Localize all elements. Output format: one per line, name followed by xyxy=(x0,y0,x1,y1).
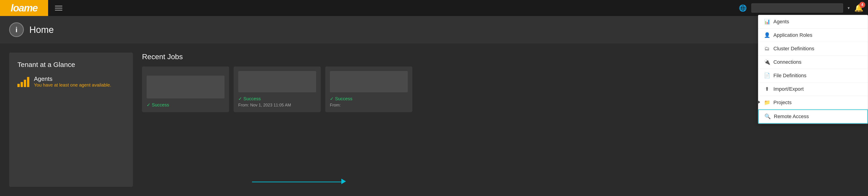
cluster-definitions-menu-icon: 🗂 xyxy=(764,46,770,52)
info-icon: i xyxy=(16,26,18,34)
menu-item-projects-label: Projects xyxy=(773,100,792,106)
menu-item-agents[interactable]: 📊 Agents xyxy=(758,15,868,29)
arrow-head xyxy=(341,179,346,184)
menu-item-file-definitions-label: File Definitions xyxy=(773,73,806,79)
file-definitions-menu-icon: 📄 xyxy=(764,73,770,79)
connections-menu-icon: 🔌 xyxy=(764,59,770,65)
page-title-area: i Home xyxy=(0,16,868,43)
job-card-2: ✓ Success From: Nov 1, 2023 11:05 AM xyxy=(234,67,321,112)
menu-item-cluster-definitions[interactable]: 🗂 Cluster Definitions xyxy=(758,42,868,55)
hamburger-line-3 xyxy=(55,10,62,10)
search-input[interactable] xyxy=(751,3,843,12)
job-card-inner-2 xyxy=(238,71,316,92)
menu-item-connections-label: Connections xyxy=(773,59,801,65)
agents-chart-icon xyxy=(18,76,29,87)
bar-3 xyxy=(24,80,26,87)
menu-item-agents-label: Agents xyxy=(773,19,789,25)
agents-row: Agents You have at least one agent avail… xyxy=(18,75,125,88)
menu-item-remote-access[interactable]: 🔍 Remote Access xyxy=(758,109,868,124)
menu-item-remote-access-label: Remote Access xyxy=(774,114,809,119)
hamburger-line-2 xyxy=(55,8,62,8)
globe-icon: 🌐 xyxy=(739,4,747,12)
job-card-inner-1 xyxy=(147,76,224,99)
menu-item-file-definitions[interactable]: 📄 File Definitions xyxy=(758,69,868,82)
agents-sub: You have at least one agent available. xyxy=(34,82,111,88)
menu-item-projects[interactable]: 📁 Projects xyxy=(758,96,868,109)
hamburger-line-1 xyxy=(55,6,62,6)
tenant-card: Tenant at a Glance Agents You have at le… xyxy=(9,52,133,187)
arrow-line xyxy=(252,182,344,182)
job-card-3: ✓ Success From: xyxy=(325,67,412,112)
bar-4 xyxy=(27,77,29,87)
hamburger-menu[interactable] xyxy=(55,6,62,10)
import-export-menu-icon: ⬆ xyxy=(764,86,770,92)
job-from-label-3: From: xyxy=(330,103,408,108)
agents-menu-icon: 📊 xyxy=(764,19,770,25)
header-right: 🌐 ▾ 🔔 4 xyxy=(739,3,863,12)
menu-item-import-export-label: Import/Export xyxy=(773,86,804,92)
home-icon-circle: i xyxy=(9,23,24,37)
bar-1 xyxy=(18,84,20,87)
recent-jobs-title: Recent Jobs xyxy=(142,52,859,61)
logo-text: loame xyxy=(10,2,37,14)
job-from-label-2: From: Nov 1, 2023 11:05 AM xyxy=(238,103,316,108)
bar-2 xyxy=(21,82,23,87)
app-header: loame 🌐 ▾ 🔔 4 xyxy=(0,0,868,16)
agents-label: Agents xyxy=(34,75,111,82)
application-roles-menu-icon: 👤 xyxy=(764,32,770,38)
notifications-bell[interactable]: 🔔 4 xyxy=(854,4,863,12)
nav-dropdown-menu: 📊 Agents 👤 Application Roles 🗂 Cluster D… xyxy=(758,15,868,124)
jobs-cards: ✓ Success ✓ Success From: Nov 1, 2023 11… xyxy=(142,67,859,112)
menu-item-cluster-definitions-label: Cluster Definitions xyxy=(773,46,814,52)
job-card-1: ✓ Success xyxy=(142,67,229,112)
menu-item-import-export[interactable]: ⬆ Import/Export xyxy=(758,82,868,96)
menu-item-application-roles-label: Application Roles xyxy=(773,32,812,38)
projects-menu-icon: 📁 xyxy=(764,100,770,106)
job-status-3: ✓ Success xyxy=(330,96,408,102)
job-status-1: ✓ Success xyxy=(147,102,224,108)
menu-item-connections[interactable]: 🔌 Connections xyxy=(758,55,868,69)
tenant-card-title: Tenant at a Glance xyxy=(18,61,125,69)
main-content: Tenant at a Glance Agents You have at le… xyxy=(0,43,868,196)
logo-area[interactable]: loame xyxy=(0,0,48,16)
menu-item-application-roles[interactable]: 👤 Application Roles xyxy=(758,29,868,42)
page-title: Home xyxy=(29,25,54,35)
remote-access-menu-icon: 🔍 xyxy=(764,114,771,119)
agents-info: Agents You have at least one agent avail… xyxy=(34,75,111,88)
dropdown-arrow-icon[interactable]: ▾ xyxy=(847,5,850,10)
job-card-inner-3 xyxy=(330,71,408,92)
notification-badge: 4 xyxy=(859,2,865,8)
job-status-2: ✓ Success xyxy=(238,96,316,102)
recent-jobs-area: Recent Jobs ✓ Success ✓ Success From: No… xyxy=(142,52,859,187)
